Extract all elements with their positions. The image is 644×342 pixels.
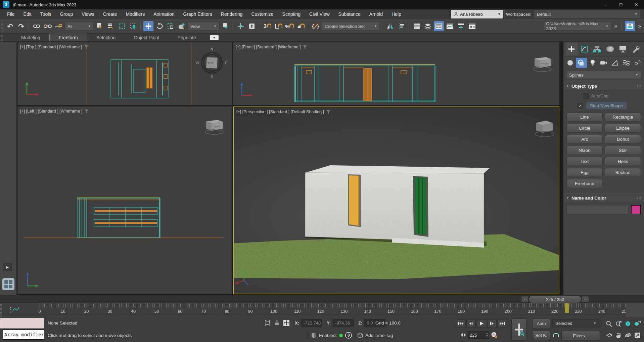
viewcube-top-label[interactable]: TOP [208, 61, 214, 65]
toolbar-grip[interactable] [1, 21, 3, 31]
absolute-mode-icon[interactable] [283, 319, 290, 327]
ribbon-tab-modeling[interactable]: Modeling [12, 34, 49, 41]
menu-item-edit[interactable]: Edit [19, 9, 36, 19]
keyboard-shortcut-override-icon[interactable] [247, 21, 257, 31]
frame-spinner-icon[interactable]: ▲▼ [486, 332, 488, 337]
viewport-front-label[interactable]: [+] [Front ] [Standard ] [Wireframe ] [236, 45, 307, 49]
autogrid-checkbox[interactable]: ✓ [583, 93, 589, 99]
ribbon-config-dropdown[interactable]: ▼ [210, 35, 219, 40]
tab-hierarchy[interactable] [591, 43, 603, 55]
tab-display[interactable] [617, 43, 629, 55]
reference-coordinate-dropdown[interactable]: View▼ [188, 22, 219, 31]
previous-frame-button[interactable]: < [521, 296, 528, 303]
object-type-arc-button[interactable]: Arc [566, 135, 603, 144]
curve-editor-icon[interactable] [445, 21, 455, 31]
zoom-all-icon[interactable] [614, 318, 623, 330]
object-type-freehand-button[interactable]: Freehand [566, 179, 603, 188]
snaps-toggle-3d-icon[interactable]: 3 [262, 21, 272, 31]
isolate-selection-icon[interactable] [264, 319, 271, 327]
select-and-move-icon[interactable] [143, 21, 153, 31]
timeline-current-frame-marker[interactable] [565, 303, 569, 313]
menu-item-customize[interactable]: Customize [247, 9, 278, 19]
tab-motion[interactable] [604, 43, 616, 55]
ribbon-tab-selection[interactable]: Selection [87, 34, 125, 41]
viewport-filter-icon[interactable] [303, 45, 307, 49]
add-time-tag[interactable]: Add Time Tag [365, 333, 393, 338]
ribbon-tab-freeform[interactable]: Freeform [49, 34, 87, 41]
ribbon-grip[interactable] [1, 35, 3, 41]
menu-item-create[interactable]: Create [98, 9, 121, 19]
tab-utilities[interactable] [630, 43, 642, 55]
object-type-text-button[interactable]: Text [566, 157, 603, 166]
object-type-egg-button[interactable]: Egg [566, 168, 603, 177]
key-mode-toggle-icon[interactable] [552, 332, 560, 339]
material-editor-icon[interactable] [467, 21, 477, 31]
y-coordinate-field[interactable]: -974.36 [333, 319, 354, 327]
select-link-icon[interactable] [32, 21, 42, 31]
set-keys-button[interactable] [511, 318, 526, 341]
mirror-icon[interactable] [385, 21, 395, 31]
zoom-region-icon[interactable] [604, 330, 614, 341]
menu-item-arnold[interactable]: Arnold [365, 9, 387, 19]
object-type-rollout-header[interactable]: ▼ Object Type [563, 82, 644, 90]
named-selection-set-dropdown[interactable]: Create Selection Set▼ [322, 22, 380, 31]
trackbar-grip[interactable] [0, 304, 2, 316]
time-slider-handle[interactable]: 225 / 250 [529, 296, 581, 303]
use-pivot-point-center-icon[interactable] [220, 21, 230, 31]
play-animation-button[interactable] [477, 319, 486, 328]
redo-icon[interactable]: ↷ [16, 21, 26, 31]
orbit-icon[interactable] [623, 330, 633, 341]
previous-frame-step-button[interactable] [466, 319, 476, 328]
viewport-top[interactable]: [+] [Top ] [Standard ] [Wireframe ] [17, 42, 232, 105]
object-name-field[interactable] [566, 205, 629, 214]
degradation-count-badge[interactable]: 0 [345, 332, 352, 339]
adaptive-degradation-shield-icon[interactable] [311, 332, 317, 338]
object-type-helix-button[interactable]: Helix [605, 157, 641, 166]
category-space-warps[interactable] [620, 58, 631, 68]
set-key-button[interactable]: Set K. [532, 331, 550, 340]
toggle-layer-explorer-icon[interactable] [423, 21, 433, 31]
pan-icon[interactable] [614, 330, 623, 341]
menu-item-rendering[interactable]: Rendering [217, 9, 247, 19]
select-and-scale-icon[interactable] [166, 21, 176, 31]
key-filters-button[interactable]: Filters... [561, 331, 600, 340]
current-frame-field[interactable]: 225▲▼ [468, 331, 489, 339]
tab-create[interactable] [565, 43, 578, 55]
zoom-extents-icon[interactable] [623, 318, 633, 330]
select-object-icon[interactable] [95, 21, 105, 31]
object-type-donut-button[interactable]: Donut [605, 135, 641, 144]
viewport-filter-icon[interactable] [85, 110, 89, 113]
viewport-perspective[interactable]: [+] [Perspective ] [Standard ] [Default … [233, 106, 559, 294]
window-crossing-icon[interactable] [128, 21, 138, 31]
object-type-ellipse-button[interactable]: Ellipse [605, 124, 641, 133]
edit-named-selection-sets-icon[interactable]: {} [311, 21, 321, 31]
zoom-icon[interactable] [604, 318, 614, 330]
undo-icon[interactable]: ↶ [5, 21, 15, 31]
select-and-rotate-icon[interactable] [154, 21, 165, 31]
ribbon-tab-object-paint[interactable]: Object Paint [125, 34, 168, 41]
bind-space-warp-icon[interactable] [54, 21, 64, 31]
menu-item-animation[interactable]: Animation [149, 9, 179, 19]
auto-key-button[interactable]: Auto [532, 319, 550, 328]
timeline-track-bar[interactable]: 0102030405060708090100110120130140150160… [0, 303, 644, 317]
viewport-filter-icon[interactable] [84, 45, 88, 49]
selection-filter-dropdown[interactable]: All▼ [65, 22, 94, 31]
layout-flyout-button[interactable]: ▶ [3, 263, 12, 271]
object-type-rectangle-button[interactable]: Rectangle [605, 113, 641, 122]
user-account-menu[interactable]: Ana Ribeiro ▼ [451, 10, 503, 18]
key-step-arrows-icon[interactable] [461, 333, 466, 337]
viewport-front[interactable]: [+] [Front ] [Standard ] [Wireframe ] [233, 42, 559, 105]
menu-item-scripting[interactable]: Scripting [278, 9, 305, 19]
object-type-ngon-button[interactable]: NGon [566, 146, 603, 155]
x-coordinate-field[interactable]: -723.748 [301, 319, 322, 327]
select-and-place-icon[interactable] [177, 21, 187, 31]
viewport-perspective-label-text[interactable]: [+] [Perspective ] [Standard ] [Default … [236, 110, 324, 114]
rectangular-selection-region-icon[interactable] [117, 21, 127, 31]
ribbon-tab-populate[interactable]: Populate [168, 34, 205, 41]
viewcube-front[interactable]: FRONT [533, 57, 551, 72]
viewcube-perspective[interactable] [535, 121, 554, 137]
menu-item-graph-editors[interactable]: Graph Editors [179, 9, 216, 19]
menu-item-modifiers[interactable]: Modifiers [121, 9, 149, 19]
viewport-perspective-label[interactable]: [+] [Perspective ] [Standard ] [Default … [236, 110, 330, 114]
name-color-rollout-header[interactable]: ▼ Name and Color [563, 194, 644, 202]
